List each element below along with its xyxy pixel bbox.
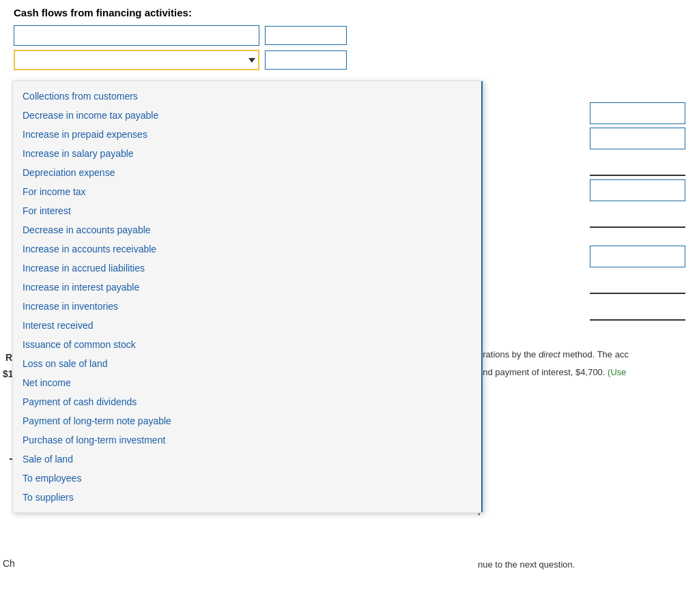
dropdown-item[interactable]: Decrease in income tax payable [13,106,483,125]
text-input-1[interactable] [14,25,259,46]
bottom-paragraph: erations by the direct method. The acc [478,348,699,362]
dropdown-item[interactable]: Increase in prepaid expenses [13,125,483,144]
right-input-lower-1[interactable] [590,246,685,267]
right-inputs-lower [590,246,685,321]
right-input-lower-underlined-2[interactable] [590,299,685,321]
dropdown-item[interactable]: Sale of land [13,450,483,469]
green-text: (Use [608,367,626,377]
next-question-text: nue to the next question. [478,559,699,570]
dropdown-item[interactable]: Issuance of common stock [13,335,483,354]
dropdown-item[interactable]: Depreciation expense [13,163,483,182]
page-container: Cash flows from financing activities: [0,0,699,616]
dropdown-item[interactable]: To suppliers [13,488,483,507]
bottom-text-end: method. The acc [560,349,629,360]
italic-word: direct [539,349,560,360]
right-input-underlined-1[interactable] [590,154,685,176]
vertical-divider [481,81,483,512]
dropdown-item[interactable]: Payment of long-term note payable [13,411,483,430]
right-input-3[interactable] [590,179,685,201]
dropdown-item[interactable]: Purchase of long-term investment [13,430,483,450]
dropdown-item[interactable]: Loss on sale of land [13,354,483,373]
first-input-row [14,25,685,46]
dropdown-item[interactable]: Decrease in accounts payable [13,220,483,239]
label-ch: Ch [3,558,15,569]
dropdown-item[interactable]: For interest [13,201,483,220]
dropdown-item[interactable]: Interest received [13,316,483,335]
right-input-1[interactable] [590,102,685,124]
dropdown-item[interactable]: Net income [13,373,483,392]
select-dropdown[interactable] [14,50,259,70]
dropdown-item[interactable]: To employees [13,469,483,488]
dropdown-container: Collections from customersDecrease in in… [12,80,483,513]
dropdown-list: Collections from customersDecrease in in… [13,81,483,512]
dropdown-arrow-icon [248,58,255,63]
section-title: Cash flows from financing activities: [14,7,685,18]
bottom-text-partial: erations by the [478,349,539,360]
dropdown-item[interactable]: Increase in salary payable [13,144,483,163]
label-r: R [5,352,12,363]
dropdown-item[interactable]: Increase in accounts receivable [13,239,483,259]
bottom-text-line2: and payment of interest, $4,700. (Use [478,367,699,377]
dropdown-item[interactable]: Increase in accrued liabilities [13,259,483,278]
second-input-row [14,50,685,70]
right-input-2[interactable] [590,128,685,149]
dropdown-item[interactable]: Payment of cash dividends [13,392,483,411]
value-input-1[interactable] [265,26,347,45]
dropdown-item[interactable]: Increase in interest payable [13,278,483,297]
right-input-lower-underlined-1[interactable] [590,272,685,294]
dropdown-item[interactable]: For income tax [13,182,483,201]
right-inputs-top [590,102,685,228]
right-input-underlined-2[interactable] [590,206,685,228]
dropdown-item[interactable]: Increase in inventories [13,297,483,316]
dropdown-item[interactable]: Collections from customers [13,87,483,106]
value-input-2[interactable] [265,50,347,70]
